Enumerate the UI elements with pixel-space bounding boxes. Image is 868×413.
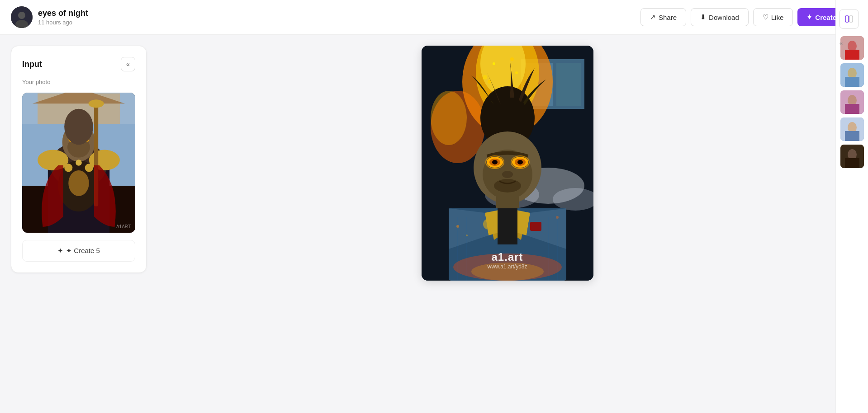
- svg-point-1: [18, 12, 25, 19]
- svg-point-70: [466, 235, 468, 236]
- input-panel: Input « Your photo: [11, 46, 147, 273]
- svg-rect-82: [845, 104, 859, 114]
- svg-rect-62: [498, 208, 517, 244]
- svg-rect-4: [849, 16, 853, 22]
- avatar: [11, 6, 33, 28]
- user-text: eyes of night 11 hours ago: [38, 9, 88, 26]
- photo-label: Your photo: [22, 79, 135, 85]
- watermark-sub-text: www.a1.art/yd3z: [487, 263, 527, 270]
- watermark-main-text: a1.art: [487, 251, 527, 263]
- svg-point-58: [502, 171, 513, 178]
- chevron-left-icon: «: [126, 61, 130, 68]
- header: eyes of night 11 hours ago ↗ Share ⬇ Dow…: [0, 0, 868, 35]
- svg-point-44: [510, 57, 514, 61]
- svg-rect-76: [845, 50, 859, 60]
- sidebar-thumbnail-1[interactable]: [840, 36, 864, 60]
- sidebar-thumbnail-3[interactable]: [840, 90, 864, 114]
- svg-point-24: [89, 99, 104, 108]
- sidebar-thumbnail-2[interactable]: [840, 63, 864, 87]
- svg-point-27: [76, 160, 82, 166]
- image-area: a1.art www.a1.art/yd3z: [157, 46, 857, 401]
- panel-toggle-button[interactable]: [839, 9, 859, 29]
- layout-icon: [844, 14, 854, 23]
- user-name: eyes of night: [38, 9, 88, 18]
- svg-point-54: [492, 160, 498, 164]
- heart-icon: ♡: [763, 13, 768, 21]
- svg-rect-88: [845, 158, 859, 168]
- download-icon: ⬇: [700, 13, 706, 21]
- input-image: A1ART: [22, 93, 135, 233]
- create-small-button[interactable]: ✦ ✦ Create 5: [22, 240, 135, 262]
- svg-rect-3: [845, 16, 849, 22]
- svg-point-55: [517, 160, 523, 164]
- svg-rect-85: [845, 131, 859, 141]
- user-info: eyes of night 11 hours ago: [11, 6, 88, 28]
- sidebar-thumbnail-4[interactable]: [840, 117, 864, 141]
- svg-point-36: [431, 91, 467, 145]
- collapse-input-button[interactable]: «: [121, 57, 135, 71]
- svg-point-41: [515, 71, 518, 74]
- svg-point-43: [493, 62, 495, 65]
- main-image-watermark: a1.art www.a1.art/yd3z: [487, 251, 527, 270]
- user-time: 11 hours ago: [38, 19, 88, 26]
- sidebar-thumbnail-5[interactable]: [840, 145, 864, 168]
- svg-point-26: [85, 164, 93, 172]
- like-button[interactable]: ♡ Like: [753, 8, 793, 26]
- svg-point-25: [64, 164, 72, 172]
- svg-point-59: [494, 179, 521, 192]
- svg-rect-31: [556, 63, 581, 106]
- svg-point-69: [456, 225, 459, 228]
- input-watermark: A1ART: [116, 224, 131, 229]
- share-icon: ↗: [650, 13, 656, 21]
- svg-point-68: [483, 219, 494, 230]
- share-button[interactable]: ↗ Share: [640, 8, 686, 26]
- svg-rect-79: [845, 77, 859, 87]
- main-content: Input « Your photo: [0, 35, 868, 412]
- download-button[interactable]: ⬇ Download: [691, 8, 749, 26]
- svg-point-13: [89, 150, 120, 170]
- svg-point-71: [556, 216, 559, 219]
- sidebar-collapse-arrow[interactable]: «: [840, 40, 843, 47]
- main-image-background: a1.art www.a1.art/yd3z: [422, 46, 593, 281]
- input-header: Input «: [22, 57, 135, 71]
- input-photo-preview: A1ART: [22, 93, 135, 233]
- svg-point-12: [38, 150, 68, 170]
- svg-point-15: [68, 170, 89, 196]
- header-actions: ↗ Share ⬇ Download ♡ Like ✦ Create 5: [640, 8, 857, 26]
- input-title: Input: [22, 60, 42, 69]
- svg-point-22: [64, 109, 93, 145]
- sparkle-small-icon: ✦: [57, 247, 63, 255]
- svg-rect-67: [530, 222, 541, 231]
- main-image: a1.art www.a1.art/yd3z: [422, 46, 593, 281]
- sparkle-icon: ✦: [806, 13, 812, 21]
- svg-point-46: [483, 75, 487, 80]
- right-sidebar: «: [835, 0, 868, 413]
